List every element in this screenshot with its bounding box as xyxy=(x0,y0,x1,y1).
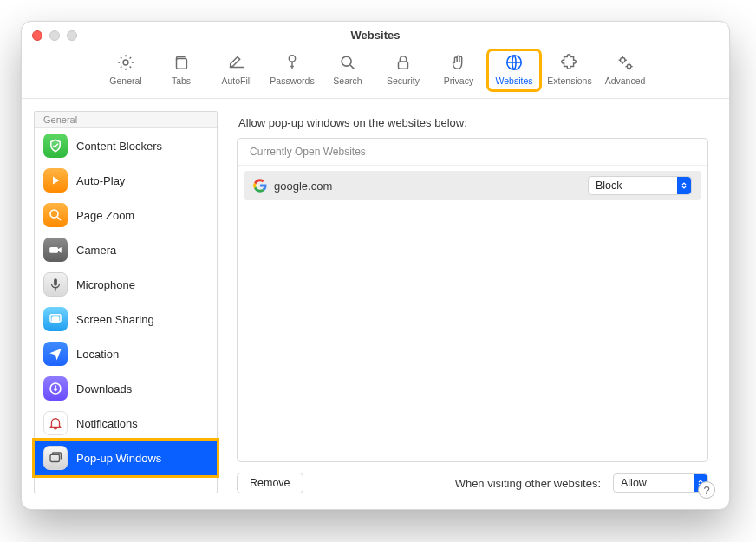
website-domain: google.com xyxy=(274,180,332,193)
help-glyph: ? xyxy=(703,484,709,497)
toolbar-label: Extensions xyxy=(547,75,591,86)
toolbar-security[interactable]: Security xyxy=(378,51,428,89)
preferences-window: Websites General Tabs AutoFill xyxy=(21,21,730,510)
pencil-icon xyxy=(225,53,248,72)
svg-point-6 xyxy=(621,58,626,63)
sidebar-item-location[interactable]: Location xyxy=(35,336,217,371)
sidebar-item-label: Notifications xyxy=(76,417,138,430)
svg-point-0 xyxy=(123,60,128,65)
sidebar-item-popup-windows[interactable]: Pop-up Windows xyxy=(35,441,217,475)
prefs-toolbar: General Tabs AutoFill Passwords xyxy=(22,48,729,99)
svg-point-2 xyxy=(289,56,295,62)
websites-listbox: Currently Open Websites google.com xyxy=(237,138,708,462)
default-policy-value: Allow xyxy=(621,477,647,489)
settings-panel: Allow pop-up windows on the websites bel… xyxy=(237,111,708,493)
google-favicon-icon xyxy=(253,179,267,193)
lock-icon xyxy=(392,53,414,72)
sidebar-item-camera[interactable]: Camera xyxy=(35,232,217,267)
search-icon xyxy=(336,53,359,72)
sidebar-item-page-zoom[interactable]: Page Zoom xyxy=(35,198,217,232)
toolbar-tabs[interactable]: Tabs xyxy=(156,51,206,89)
help-button[interactable]: ? xyxy=(698,481,715,499)
content-area: General Content Blockers Auto-Play xyxy=(22,99,729,509)
svg-point-8 xyxy=(50,210,58,218)
screen-share-icon xyxy=(43,307,68,331)
svg-rect-12 xyxy=(52,317,59,322)
gear-icon xyxy=(114,53,137,72)
sidebar-item-label: Downloads xyxy=(76,382,132,395)
popup-icon xyxy=(43,446,68,470)
chevron-updown-icon xyxy=(677,177,691,194)
svg-rect-1 xyxy=(177,58,187,69)
svg-point-3 xyxy=(342,56,351,66)
sidebar-item-label: Auto-Play xyxy=(76,174,125,187)
window-title: Websites xyxy=(22,29,729,42)
panel-heading: Allow pop-up windows on the websites bel… xyxy=(238,116,707,129)
sidebar-item-auto-play[interactable]: Auto-Play xyxy=(35,163,217,198)
remove-button[interactable]: Remove xyxy=(237,473,303,493)
sidebar-item-label: Camera xyxy=(76,244,116,257)
sidebar-item-microphone[interactable]: Microphone xyxy=(35,267,217,302)
zoom-icon xyxy=(43,203,68,227)
hand-icon xyxy=(447,53,470,72)
toolbar-label: Passwords xyxy=(270,75,314,86)
svg-rect-10 xyxy=(54,278,57,285)
download-icon xyxy=(43,376,68,401)
svg-rect-14 xyxy=(50,454,60,461)
listbox-header: Currently Open Websites xyxy=(238,139,707,166)
website-row[interactable]: google.com Block xyxy=(244,171,701,200)
toolbar-search[interactable]: Search xyxy=(323,51,373,89)
toolbar-extensions[interactable]: Extensions xyxy=(544,51,595,89)
globe-icon xyxy=(503,53,525,72)
toolbar-label: Security xyxy=(387,75,420,86)
sidebar-item-downloads[interactable]: Downloads xyxy=(35,371,217,406)
close-window-button[interactable] xyxy=(32,30,42,41)
camera-icon xyxy=(43,238,68,262)
row-policy-select[interactable]: Block xyxy=(588,176,692,195)
sidebar-item-notifications[interactable]: Notifications xyxy=(35,406,217,441)
toolbar-websites[interactable]: Websites xyxy=(489,51,539,89)
svg-point-7 xyxy=(627,64,631,69)
sidebar-item-label: Screen Sharing xyxy=(76,313,154,326)
toolbar-autofill[interactable]: AutoFill xyxy=(212,51,262,89)
minimize-window-button[interactable] xyxy=(49,30,60,41)
sidebar-item-screen-sharing[interactable]: Screen Sharing xyxy=(35,302,217,336)
toolbar-label: Privacy xyxy=(444,75,473,86)
sidebar-item-label: Pop-up Windows xyxy=(76,452,161,465)
toolbar-general[interactable]: General xyxy=(101,51,151,89)
sidebar-item-label: Content Blockers xyxy=(76,140,162,153)
sidebar-item-label: Page Zoom xyxy=(76,209,134,222)
svg-rect-9 xyxy=(49,247,58,253)
key-icon xyxy=(281,53,303,72)
sidebar-item-content-blockers[interactable]: Content Blockers xyxy=(35,128,217,163)
puzzle-icon xyxy=(558,53,581,72)
sidebar-item-label: Microphone xyxy=(76,278,135,291)
microphone-icon xyxy=(43,272,68,297)
play-icon xyxy=(43,168,68,193)
toolbar-label: Tabs xyxy=(172,75,191,86)
svg-rect-4 xyxy=(399,62,408,69)
remove-button-label: Remove xyxy=(250,477,290,489)
traffic-lights xyxy=(32,30,77,41)
panel-footer: Remove When visiting other websites: All… xyxy=(237,473,708,493)
toolbar-label: AutoFill xyxy=(221,75,251,86)
toolbar-privacy[interactable]: Privacy xyxy=(433,51,484,89)
sidebar-section-header: General xyxy=(35,112,217,128)
toolbar-label: General xyxy=(109,75,141,86)
toolbar-label: Websites xyxy=(496,75,533,86)
toolbar-passwords[interactable]: Passwords xyxy=(267,51,317,89)
zoom-window-button[interactable] xyxy=(67,30,77,41)
sidebar: General Content Blockers Auto-Play xyxy=(34,111,218,493)
bell-icon xyxy=(43,411,68,435)
default-policy-select[interactable]: Allow xyxy=(613,473,708,493)
gears-icon xyxy=(614,53,636,72)
shield-check-icon xyxy=(43,134,68,158)
sidebar-item-label: Location xyxy=(76,348,119,361)
footer-label: When visiting other websites: xyxy=(455,477,601,490)
titlebar: Websites xyxy=(22,22,729,48)
location-icon xyxy=(43,342,68,366)
toolbar-label: Advanced xyxy=(605,75,646,86)
toolbar-label: Search xyxy=(333,75,362,86)
website-cell: google.com xyxy=(253,179,588,193)
toolbar-advanced[interactable]: Advanced xyxy=(600,51,650,89)
